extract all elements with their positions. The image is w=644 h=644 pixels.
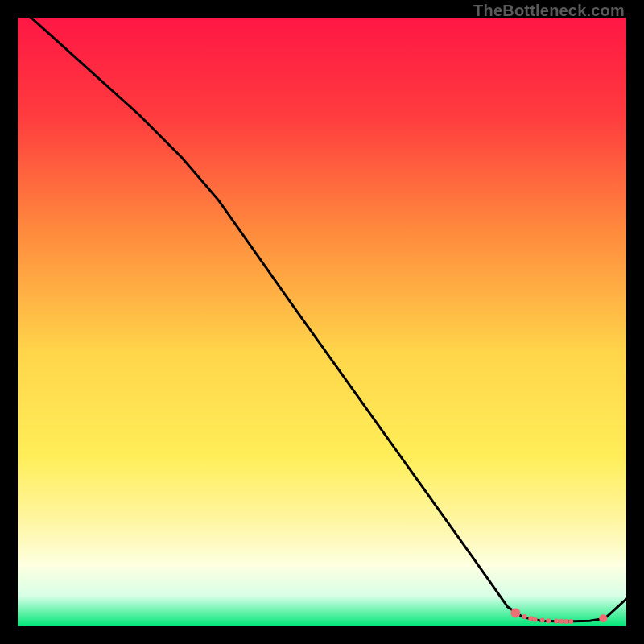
- valley-dash-2d: [568, 619, 573, 624]
- valley-dash-2b: [559, 619, 564, 624]
- valley-dash-2a: [554, 619, 559, 624]
- chart-plot: [18, 18, 626, 626]
- gradient-background: [18, 18, 626, 626]
- valley-right-dot: [599, 614, 607, 622]
- watermark-text: TheBottleneck.com: [473, 2, 625, 20]
- valley-dash-2c: [564, 619, 568, 624]
- valley-dot-3: [546, 618, 551, 623]
- valley-dash-1b: [533, 617, 538, 622]
- valley-dot-1: [522, 614, 527, 619]
- valley-dash-1a: [528, 616, 533, 621]
- chart-frame: TheBottleneck.com: [0, 0, 644, 644]
- valley-left-end: [510, 608, 520, 617]
- valley-dot-2: [540, 617, 545, 622]
